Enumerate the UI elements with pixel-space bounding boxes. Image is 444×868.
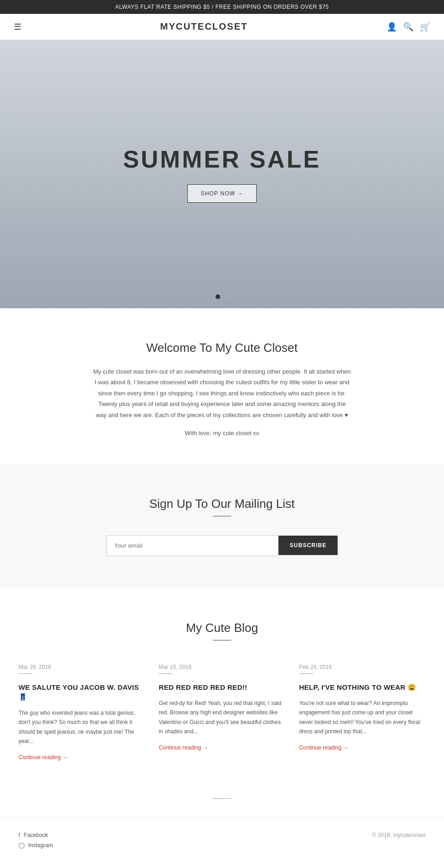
search-icon[interactable]: 🔍 [403, 22, 413, 32]
blog-continue-2[interactable]: Continue reading → [159, 744, 208, 751]
blog-continue-3[interactable]: Continue reading → [299, 744, 349, 751]
blog-title-2: RED RED RED RED RED!! [159, 682, 285, 692]
blog-date-2: Mar 15, 2018 [159, 664, 285, 670]
email-input[interactable] [106, 535, 278, 556]
blog-date-1: Mar 26, 2018 [18, 664, 145, 670]
blog-date-divider-2 [159, 673, 173, 674]
welcome-body: My cute closet was born out of an overwh… [92, 366, 352, 420]
instagram-icon: ◯ [18, 842, 25, 849]
hero-title: SUMMER SALE [123, 145, 321, 173]
blog-excerpt-2: Get red-dy for Red! Yeah, you red that r… [159, 699, 285, 737]
welcome-section: Welcome To My Cute Closet My cute closet… [74, 308, 370, 464]
site-logo[interactable]: MYCUTECLOSET [21, 21, 387, 32]
announcement-text: ALWAYS FLAT RATE SHIPPING $5 / FREE SHIP… [115, 4, 329, 10]
mailing-form: SUBSCRIBE [106, 535, 338, 556]
hero-dot-2[interactable] [224, 294, 228, 299]
blog-card-2: Mar 15, 2018 RED RED RED RED RED!! Get r… [159, 664, 285, 761]
facebook-icon: f [18, 832, 20, 838]
blog-date-divider-3 [299, 673, 313, 674]
subscribe-button[interactable]: SUBSCRIBE [278, 536, 338, 555]
hero-dots [216, 294, 228, 299]
blog-section: My Cute Blog Mar 26, 2018 WE SALUTE YOU … [0, 588, 444, 798]
facebook-label: Facebook [24, 832, 48, 838]
blog-title-3: HELP, I'VE NOTHING TO WEAR 😩 [299, 682, 426, 692]
blog-card-3: Feb 24, 2018 HELP, I'VE NOTHING TO WEAR … [299, 664, 426, 761]
blog-excerpt-1: The guy who invented jeans was a total g… [18, 708, 145, 746]
footer-socials: f Facebook ◯ Instagram [18, 832, 53, 849]
blog-date-divider-1 [18, 673, 32, 674]
header: ☰ MYCUTECLOSET 👤 🔍 🛒 [0, 14, 444, 40]
mailing-title: Sign Up To Our Mailing List [18, 497, 426, 511]
footer-facebook[interactable]: f Facebook [18, 832, 53, 838]
blog-card-1: Mar 26, 2018 WE SALUTE YOU JACOB W. DAVI… [18, 664, 145, 761]
welcome-signature: With love, my cute closet xx [92, 430, 352, 437]
cart-icon[interactable]: 🛒 [420, 22, 430, 32]
blog-title: My Cute Blog [18, 621, 426, 635]
hero-dot-1[interactable] [216, 294, 220, 299]
blog-title-1: WE SALUTE YOU JACOB W. DAVIS 👖 [18, 682, 145, 702]
mailing-section: Sign Up To Our Mailing List SUBSCRIBE [0, 464, 444, 588]
footer: f Facebook ◯ Instagram © 2018, mycuteclo… [0, 818, 444, 862]
account-icon[interactable]: 👤 [387, 22, 397, 32]
blog-title-divider [213, 640, 231, 641]
footer-copyright: © 2018, mycutecloset [372, 832, 426, 838]
blog-date-3: Feb 24, 2018 [299, 664, 426, 670]
hero-banner: SUMMER SALE SHOP NOW → [0, 40, 444, 308]
footer-top-divider [213, 798, 231, 799]
header-right: 👤 🔍 🛒 [387, 22, 430, 32]
welcome-title: Welcome To My Cute Closet [92, 341, 352, 355]
blog-continue-1[interactable]: Continue reading → [18, 754, 68, 761]
menu-icon[interactable]: ☰ [14, 22, 21, 32]
blog-grid: Mar 26, 2018 WE SALUTE YOU JACOB W. DAVI… [18, 664, 426, 761]
announcement-bar: ALWAYS FLAT RATE SHIPPING $5 / FREE SHIP… [0, 0, 444, 14]
shop-now-button[interactable]: SHOP NOW → [187, 184, 257, 203]
mailing-divider [213, 516, 231, 517]
header-left: ☰ [14, 22, 21, 32]
instagram-label: Instagram [28, 842, 53, 849]
blog-excerpt-3: You're not sure what to wear? An impromp… [299, 699, 426, 737]
hero-content: SUMMER SALE SHOP NOW → [123, 145, 321, 203]
footer-instagram[interactable]: ◯ Instagram [18, 842, 53, 849]
